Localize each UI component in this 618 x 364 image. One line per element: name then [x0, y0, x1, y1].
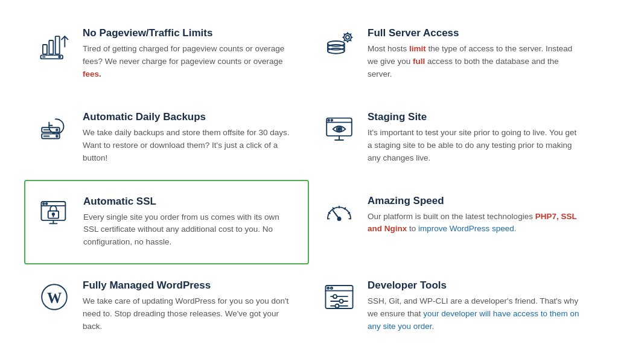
feature-no-pageview-text: No Pageview/Traffic Limits Tired of gett…: [83, 27, 296, 81]
svg-line-46: [329, 212, 330, 214]
speedometer-icon: [322, 195, 357, 230]
svg-line-20: [350, 34, 351, 34]
svg-point-25: [56, 135, 58, 137]
svg-text:W: W: [47, 290, 62, 307]
feature-backups-title: Automatic Daily Backups: [83, 111, 296, 123]
feature-no-pageview-desc: Tired of getting charged for pageview co…: [83, 43, 296, 81]
feature-dev-tools: Developer Tools SSH, Git, and WP-CLI are…: [309, 264, 594, 348]
feature-managed-wp-title: Fully Managed WordPress: [83, 279, 296, 292]
feature-full-server-desc: Most hosts limit the type of access to t…: [368, 43, 581, 81]
svg-point-24: [56, 129, 58, 131]
feature-dev-tools-title: Developer Tools: [368, 279, 581, 292]
svg-rect-2: [56, 36, 60, 54]
svg-point-31: [331, 120, 333, 121]
feature-dev-tools-desc: SSH, Git, and WP-CLI are a developer's f…: [368, 295, 581, 333]
feature-speed: Amazing Speed Our platform is built on t…: [309, 180, 594, 265]
feature-full-server: Full Server Access Most hosts limit the …: [309, 12, 594, 96]
feature-speed-desc: Our platform is built on the latest tech…: [368, 211, 581, 236]
svg-point-58: [327, 287, 329, 289]
feature-backups: Automatic Daily Backups We take daily ba…: [24, 96, 309, 180]
svg-line-19: [350, 40, 351, 40]
feature-speed-title: Amazing Speed: [368, 195, 581, 207]
svg-point-61: [333, 295, 337, 298]
feature-staging-title: Staging Site: [368, 111, 581, 123]
feature-dev-tools-text: Developer Tools SSH, Git, and WP-CLI are…: [368, 279, 581, 333]
feature-managed-wp-text: Fully Managed WordPress We take care of …: [83, 279, 296, 333]
feature-ssl: Automatic SSL Every single site you orde…: [24, 180, 309, 265]
feature-full-server-text: Full Server Access Most hosts limit the …: [368, 27, 581, 81]
features-grid: No Pageview/Traffic Limits Tired of gett…: [0, 0, 618, 360]
feature-ssl-text: Automatic SSL Every single site you orde…: [83, 196, 296, 249]
svg-rect-0: [43, 45, 47, 54]
monitor-eye-icon: [322, 111, 357, 146]
svg-point-9: [328, 41, 345, 46]
svg-point-39: [46, 203, 48, 205]
feature-ssl-desc: Every single site you order from us come…: [83, 211, 296, 249]
feature-no-pageview: No Pageview/Traffic Limits Tired of gett…: [24, 12, 309, 96]
svg-line-49: [345, 208, 346, 209]
feature-full-server-title: Full Server Access: [368, 27, 581, 39]
full-link[interactable]: full: [413, 57, 425, 66]
svg-point-38: [43, 203, 45, 205]
feature-staging-text: Staging Site It's important to test your…: [368, 111, 581, 165]
limit-link[interactable]: limit: [409, 44, 426, 53]
feature-staging-desc: It's important to test your site prior t…: [368, 127, 581, 165]
backup-icon: [37, 111, 72, 146]
svg-point-65: [336, 304, 339, 308]
feature-no-pageview-title: No Pageview/Traffic Limits: [83, 27, 296, 39]
svg-line-47: [333, 208, 334, 209]
feature-staging: Staging Site It's important to test your…: [309, 96, 594, 180]
svg-point-13: [346, 36, 349, 39]
dev-tools-icon: [322, 279, 357, 315]
server-gear-icon: [322, 27, 357, 62]
fees-link[interactable]: fees.: [83, 69, 101, 78]
svg-point-59: [331, 287, 333, 289]
feature-speed-text: Amazing Speed Our platform is built on t…: [368, 195, 581, 236]
svg-line-18: [344, 34, 345, 34]
chart-icon: [37, 27, 72, 62]
feature-backups-text: Automatic Daily Backups We take daily ba…: [83, 111, 296, 165]
svg-point-30: [328, 120, 330, 121]
feature-managed-wp: W Fully Managed WordPress We take care o…: [24, 264, 309, 348]
svg-point-63: [339, 299, 343, 303]
feature-backups-desc: We take daily backups and store them off…: [83, 127, 296, 165]
svg-line-50: [348, 212, 349, 214]
feature-managed-wp-desc: We take care of updating WordPress for y…: [83, 295, 296, 333]
svg-point-53: [337, 217, 340, 220]
svg-point-6: [59, 56, 60, 58]
wordpress-icon: W: [37, 279, 72, 315]
svg-line-21: [344, 40, 345, 40]
svg-point-33: [338, 127, 340, 130]
feature-ssl-title: Automatic SSL: [83, 196, 296, 208]
svg-rect-1: [49, 40, 53, 54]
ssl-lock-icon: [37, 196, 72, 231]
